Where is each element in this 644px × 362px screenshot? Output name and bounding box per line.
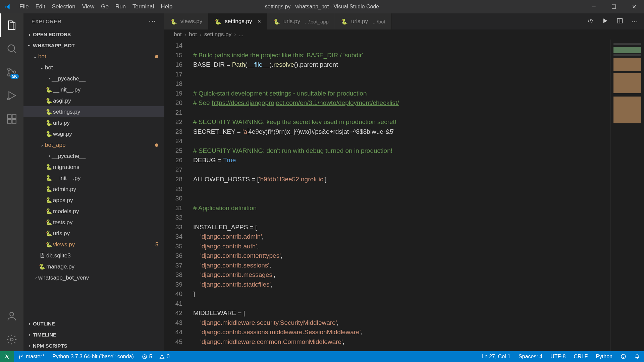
panel-workspace[interactable]: ›WHATSAPP_BOT xyxy=(23,40,164,51)
branch-label: master* xyxy=(26,354,44,360)
code-editor[interactable]: 1415161718192021222324252627282930313233… xyxy=(164,40,644,351)
breadcrumb[interactable]: bot›bot›settings.py›... xyxy=(164,29,644,40)
panel-npm[interactable]: ›NPM SCRIPTS xyxy=(23,340,164,351)
tree-item-wsgi-py[interactable]: 🐍wsgi.py xyxy=(23,128,164,139)
minimap[interactable] xyxy=(610,40,644,351)
tree-item---init---py[interactable]: 🐍__init__.py xyxy=(23,173,164,184)
tree-item-bot-app[interactable]: ⌄bot_app xyxy=(23,139,164,150)
tree-item-settings-py[interactable]: 🐍settings.py xyxy=(23,106,164,117)
indentation[interactable]: Spaces: 4 xyxy=(515,354,546,360)
file-icon: 🐍 xyxy=(45,219,53,226)
feedback-icon[interactable] xyxy=(616,354,630,359)
language-mode[interactable]: Python xyxy=(592,354,616,360)
git-branch[interactable]: master* xyxy=(14,351,48,362)
panel-timeline[interactable]: ›TIMELINE xyxy=(23,329,164,340)
tree-label: asgi.py xyxy=(53,98,71,104)
more-icon[interactable]: ⋯ xyxy=(631,17,638,25)
breadcrumb-seg[interactable]: bot xyxy=(189,31,197,38)
tree-item-urls-py[interactable]: 🐍urls.py xyxy=(23,228,164,239)
tree-item-apps-py[interactable]: 🐍apps.py xyxy=(23,195,164,206)
file-icon: 🐍 xyxy=(45,98,53,104)
tree-item-bot[interactable]: ⌄bot xyxy=(23,62,164,73)
tree-item-admin-py[interactable]: 🐍admin.py xyxy=(23,184,164,195)
tab-label: urls.py xyxy=(351,18,368,25)
tree-label: views.py xyxy=(53,241,75,248)
problems[interactable]: 5 0 xyxy=(138,351,174,362)
menu-help[interactable]: Help xyxy=(157,0,176,13)
close-tab-icon[interactable]: × xyxy=(257,18,261,25)
menu-go[interactable]: Go xyxy=(98,0,112,13)
activity-run[interactable] xyxy=(0,84,23,107)
tree-item-bot[interactable]: ⌄bot xyxy=(23,51,164,62)
svg-point-0 xyxy=(8,45,15,52)
activity-extensions[interactable] xyxy=(0,107,23,131)
compare-icon[interactable] xyxy=(587,17,594,26)
svg-rect-7 xyxy=(12,119,16,123)
tree-item-asgi-py[interactable]: 🐍asgi.py xyxy=(23,95,164,106)
activity-search[interactable] xyxy=(0,37,23,60)
window-title: settings.py - whatsapp_bot - Visual Stud… xyxy=(265,4,379,10)
tab-views-py[interactable]: 🐍views.py xyxy=(164,13,209,29)
menu-edit[interactable]: Edit xyxy=(32,0,48,13)
tree-item-models-py[interactable]: 🐍models.py xyxy=(23,206,164,217)
maximize-button[interactable]: ❐ xyxy=(604,0,624,13)
breadcrumb-seg[interactable]: settings.py xyxy=(204,31,231,38)
sidebar-more-icon[interactable]: ⋯ xyxy=(149,17,156,25)
tree-item---pycache--[interactable]: ⌄__pycache__ xyxy=(23,150,164,162)
tree-label: manage.py xyxy=(46,263,74,270)
panel-open-editors[interactable]: ›OPEN EDITORS xyxy=(23,29,164,40)
split-icon[interactable] xyxy=(616,17,623,26)
menu-selection[interactable]: Selection xyxy=(49,0,79,13)
activity-explorer[interactable] xyxy=(0,13,23,37)
svg-point-16 xyxy=(621,354,626,359)
python-interpreter[interactable]: Python 3.7.3 64-bit ('base': conda) xyxy=(48,351,138,362)
eol[interactable]: CRLF xyxy=(570,354,592,360)
tree-label: bot xyxy=(38,53,46,60)
activity-account[interactable] xyxy=(0,304,23,328)
tree-item---init---py[interactable]: 🐍__init__.py xyxy=(23,84,164,95)
close-button[interactable]: ✕ xyxy=(624,0,644,13)
breadcrumb-seg[interactable]: ... xyxy=(239,31,244,38)
tab-settings-py[interactable]: 🐍settings.py× xyxy=(209,13,267,29)
menu-run[interactable]: Run xyxy=(112,0,129,13)
svg-point-9 xyxy=(10,312,13,316)
breadcrumb-seg[interactable]: bot xyxy=(174,31,182,38)
minimize-button[interactable]: ─ xyxy=(584,0,604,13)
tree-label: whatsapp_bot_venv xyxy=(38,275,89,281)
tab-path: ...\bot_app xyxy=(305,19,329,24)
tree-item-views-py[interactable]: 🐍views.py5 xyxy=(23,239,164,250)
menu-file[interactable]: File xyxy=(16,0,32,13)
npm-label: NPM SCRIPTS xyxy=(33,343,67,349)
notifications-icon[interactable] xyxy=(630,354,644,359)
outline-label: OUTLINE xyxy=(33,321,55,326)
tree-item-db-sqlite3[interactable]: 🗄db.sqlite3 xyxy=(23,250,164,261)
file-icon: 🐍 xyxy=(215,18,221,25)
svg-point-2 xyxy=(8,74,10,76)
encoding[interactable]: UTF-8 xyxy=(546,354,570,360)
tree-item---pycache--[interactable]: ⌄__pycache__ xyxy=(23,73,164,84)
tab-urls-py[interactable]: 🐍urls.py...\bot_app xyxy=(267,13,335,29)
sidebar-title-text: EXPLORER xyxy=(32,18,62,24)
code-content[interactable]: # Build paths inside the project like th… xyxy=(189,40,610,351)
panel-outline[interactable]: ›OUTLINE xyxy=(23,318,164,329)
remote-button[interactable] xyxy=(0,351,14,362)
tree-item-manage-py[interactable]: 🐍manage.py xyxy=(23,261,164,272)
file-icon: 🐍 xyxy=(45,86,53,93)
status-bar: master* Python 3.7.3 64-bit ('base': con… xyxy=(0,351,644,362)
tree-item-migrations[interactable]: 🐍migrations xyxy=(23,162,164,173)
tree-label: wsgi.py xyxy=(53,131,72,137)
menu-view[interactable]: View xyxy=(79,0,98,13)
activity-settings[interactable] xyxy=(0,328,23,351)
run-icon[interactable] xyxy=(602,17,608,26)
tab-urls-py[interactable]: 🐍urls.py...\bot xyxy=(335,13,392,29)
tree-item-urls-py[interactable]: 🐍urls.py xyxy=(23,117,164,128)
activity-bar: 5K xyxy=(0,13,23,351)
activity-scm[interactable]: 5K xyxy=(0,60,23,84)
tree-item-whatsapp-bot-venv[interactable]: ⌄whatsapp_bot_venv xyxy=(23,272,164,283)
editor-area: 🐍views.py🐍settings.py×🐍urls.py...\bot_ap… xyxy=(164,13,644,351)
cursor-position[interactable]: Ln 27, Col 1 xyxy=(478,354,515,360)
svg-point-1 xyxy=(8,68,10,70)
menu-terminal[interactable]: Terminal xyxy=(129,0,157,13)
tree-item-tests-py[interactable]: 🐍tests.py xyxy=(23,217,164,228)
svg-point-12 xyxy=(19,355,20,356)
